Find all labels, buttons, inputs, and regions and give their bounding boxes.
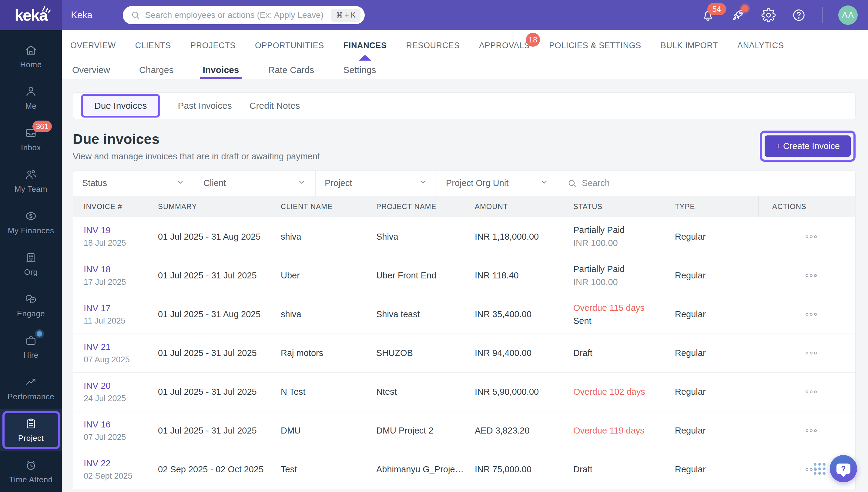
- ellipsis-icon: [814, 429, 817, 432]
- invoice-date: 11 Jul 2025: [84, 316, 152, 326]
- main-nav-overview[interactable]: OVERVIEW: [70, 30, 116, 60]
- person-icon: [25, 85, 37, 98]
- invoice-date: 07 Jul 2025: [84, 433, 152, 442]
- rocket-icon[interactable]: [731, 8, 746, 22]
- row-actions-button[interactable]: [758, 334, 855, 372]
- main-nav-opportunities[interactable]: OPPORTUNITIES: [255, 30, 324, 60]
- create-invoice-button[interactable]: + Create Invoice: [765, 136, 851, 157]
- row-actions-button[interactable]: [758, 295, 855, 334]
- sidebar-item-label: Project: [18, 434, 44, 443]
- bell-icon[interactable]: 54: [701, 8, 715, 22]
- invoice-link[interactable]: INV 20: [84, 381, 152, 391]
- global-search[interactable]: ⌘ + K: [123, 6, 365, 24]
- summary-cell: 01 Jul 2025 - 31 Aug 2025: [158, 217, 281, 256]
- filter-label: Status: [82, 178, 107, 188]
- rocket-dot-badge: [741, 5, 749, 12]
- amount-cell: AED 3,823.20: [475, 412, 573, 450]
- table-row[interactable]: INV 1817 Jul 202501 Jul 2025 - 31 Jul 20…: [73, 256, 855, 295]
- sub-nav-overview[interactable]: Overview: [72, 60, 110, 79]
- sidebar-item-me[interactable]: Me: [0, 77, 62, 119]
- topbar-divider: [822, 7, 823, 23]
- sidebar-item-my-finances[interactable]: My Finances: [0, 202, 62, 243]
- table-row[interactable]: INV 1607 Jul 202501 Jul 2025 - 31 Jul 20…: [73, 411, 855, 450]
- sidebar-item-performance[interactable]: Performance: [0, 368, 62, 409]
- filter-project-dropdown[interactable]: Project: [315, 171, 437, 196]
- status-cell: Overdue 119 days: [573, 412, 675, 450]
- sidebar-item-my-team[interactable]: My Team: [0, 160, 62, 202]
- status-text: Overdue 102 days: [573, 387, 669, 397]
- filter-client-dropdown[interactable]: Client: [194, 171, 315, 196]
- tab-past-invoices[interactable]: Past Invoices: [178, 101, 232, 111]
- table-search-input[interactable]: [582, 178, 703, 188]
- main-nav-label: PROJECTS: [190, 41, 236, 50]
- sub-nav-settings[interactable]: Settings: [343, 60, 376, 79]
- table-row[interactable]: INV 2107 Aug 202501 Jul 2025 - 31 Jul 20…: [73, 334, 855, 372]
- sidebar-item-time-attend[interactable]: Time Attend: [0, 451, 62, 492]
- finances-icon: [25, 210, 37, 222]
- main-nav-label: BULK IMPORT: [661, 41, 718, 50]
- chevron-down-icon: [540, 177, 549, 189]
- main-nav-resources[interactable]: RESOURCES: [406, 30, 460, 60]
- sidebar-item-label: Performance: [7, 392, 54, 401]
- page-subtitle: View and manage invoices that are in dra…: [73, 151, 320, 162]
- project-name-cell: Shiva teast: [376, 295, 475, 334]
- sidebar-item-project[interactable]: Project: [0, 409, 62, 451]
- amount-cell: INR 1,18,000.00: [475, 217, 573, 256]
- table-row[interactable]: INV 2202 Sept 202502 Sep 2025 - 02 Oct 2…: [73, 450, 855, 489]
- status-text: Overdue 115 days: [573, 303, 669, 313]
- row-actions-button[interactable]: [758, 373, 855, 411]
- hire-dot-badge: [37, 331, 42, 337]
- tab-due-invoices[interactable]: Due Invoices: [81, 94, 160, 118]
- table-row[interactable]: INV 2024 Jul 202501 Jul 2025 - 31 Jul 20…: [73, 372, 855, 411]
- support-chat-button[interactable]: ?: [830, 455, 857, 482]
- main-nav-analytics[interactable]: ANALYTICS: [737, 30, 784, 60]
- filter-project-org-unit-dropdown[interactable]: Project Org Unit: [437, 171, 558, 196]
- sidebar-item-inbox[interactable]: 361Inbox: [0, 119, 62, 160]
- client-name-cell: shiva: [281, 217, 376, 256]
- invoice-link[interactable]: INV 16: [84, 420, 152, 429]
- invoice-link[interactable]: INV 17: [84, 303, 152, 313]
- main-nav-approvals[interactable]: APPROVALS18: [479, 30, 530, 60]
- row-actions-button[interactable]: [758, 256, 855, 295]
- tab-credit-notes[interactable]: Credit Notes: [250, 101, 300, 111]
- sidebar-item-home[interactable]: Home: [0, 36, 62, 77]
- invoice-cell: INV 1711 Jul 2025: [84, 295, 158, 334]
- main-nav-finances[interactable]: FINANCES: [344, 30, 387, 60]
- invoice-cell: INV 2202 Sept 2025: [84, 450, 158, 489]
- keka-logo[interactable]: keka: [0, 0, 62, 30]
- page-head: Due invoices View and manage invoices th…: [73, 130, 855, 162]
- table-row[interactable]: INV 1918 Jul 202501 Jul 2025 - 31 Aug 20…: [73, 217, 855, 256]
- row-actions-button[interactable]: [758, 217, 855, 256]
- sidebar-item-engage[interactable]: Engage: [0, 285, 62, 326]
- avatar[interactable]: AA: [838, 5, 858, 25]
- amount-cell: INR 5,90,000.00: [475, 373, 573, 411]
- column-header-actions: ACTIONS: [758, 196, 855, 217]
- main-nav-clients[interactable]: CLIENTS: [135, 30, 171, 60]
- filter-status-dropdown[interactable]: Status: [73, 171, 194, 196]
- main-nav-label: OVERVIEW: [70, 41, 116, 50]
- sub-nav-invoices[interactable]: Invoices: [203, 60, 239, 79]
- main-nav-bulk-import[interactable]: BULK IMPORT: [661, 30, 718, 60]
- column-header-type: TYPE: [675, 196, 758, 217]
- sub-nav-rate-cards[interactable]: Rate Cards: [268, 60, 314, 79]
- sidebar-item-label: Inbox: [21, 143, 41, 152]
- table-search[interactable]: [558, 171, 855, 196]
- invoice-link[interactable]: INV 21: [84, 342, 152, 352]
- main-nav-policies-settings[interactable]: POLICIES & SETTINGS: [549, 30, 641, 60]
- invoice-link[interactable]: INV 22: [84, 458, 152, 468]
- row-actions-button[interactable]: [758, 412, 855, 450]
- sub-nav-charges[interactable]: Charges: [139, 60, 173, 79]
- invoice-link[interactable]: INV 18: [84, 265, 152, 274]
- global-search-input[interactable]: [145, 10, 326, 20]
- gear-icon[interactable]: [761, 8, 776, 22]
- sidebar-item-hire[interactable]: Hire: [0, 326, 62, 368]
- table-row[interactable]: INV 1711 Jul 202501 Jul 2025 - 31 Aug 20…: [73, 295, 855, 334]
- main-nav-projects[interactable]: PROJECTS: [190, 30, 236, 60]
- project-name-cell: SHUZOB: [376, 334, 475, 372]
- topbar-main: Keka ⌘ + K 54: [62, 0, 868, 30]
- invoice-link[interactable]: INV 19: [84, 225, 152, 236]
- sidebar-item-org[interactable]: Org: [0, 243, 62, 285]
- help-icon[interactable]: [792, 8, 806, 22]
- drag-handle[interactable]: [814, 463, 825, 475]
- table-body: INV 1918 Jul 202501 Jul 2025 - 31 Aug 20…: [73, 217, 855, 489]
